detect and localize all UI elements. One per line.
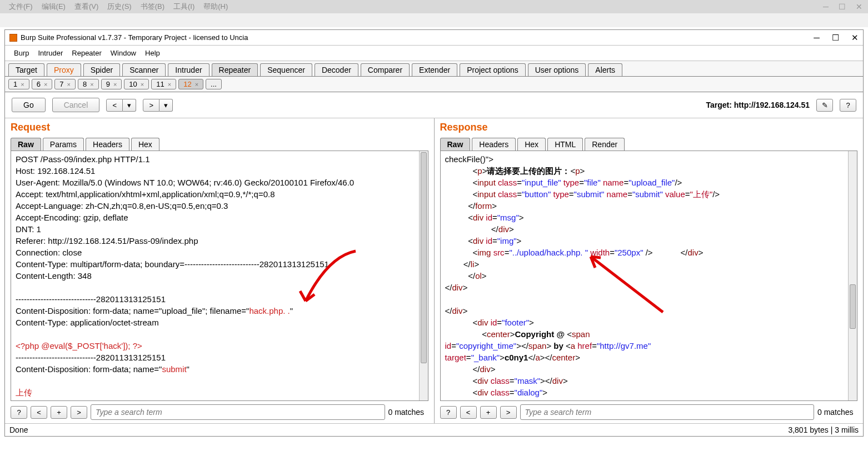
os-menu-bookmarks[interactable]: 书签(B) <box>136 2 169 12</box>
subtab-12[interactable]: 12× <box>178 79 203 89</box>
request-tab-params[interactable]: Params <box>43 138 84 151</box>
search-next-button[interactable]: > <box>500 406 517 419</box>
subtab-1[interactable]: 1× <box>8 79 29 89</box>
tab-project-options[interactable]: Project options <box>460 63 526 76</box>
search-help-button[interactable]: ? <box>11 406 27 419</box>
history-forward-button[interactable]: > <box>143 99 159 112</box>
subtab-7[interactable]: 7× <box>54 79 76 89</box>
response-search-bar: ? < + > 0 matches <box>440 401 858 420</box>
window-title: Burp Suite Professional v1.7.37 - Tempor… <box>21 33 814 42</box>
response-search-input[interactable] <box>520 404 815 420</box>
os-maximize-icon[interactable]: ☐ <box>839 2 846 11</box>
tab-comparer[interactable]: Comparer <box>361 63 410 76</box>
search-help-button[interactable]: ? <box>440 406 457 419</box>
close-tab-icon[interactable]: × <box>141 81 144 88</box>
history-back-button[interactable]: < <box>106 99 123 112</box>
menu-repeater[interactable]: Repeater <box>67 48 106 58</box>
close-tab-icon[interactable]: × <box>90 81 93 88</box>
request-editor[interactable]: POST /Pass-09/index.php HTTP/1.1 Host: 1… <box>11 151 419 400</box>
os-menu-help[interactable]: 帮助(H) <box>199 2 232 12</box>
os-menu-view[interactable]: 查看(V) <box>70 2 103 12</box>
status-left: Done <box>9 425 28 434</box>
request-tab-hex[interactable]: Hex <box>131 138 159 151</box>
burp-logo-icon <box>9 34 17 42</box>
tab-scanner[interactable]: Scanner <box>122 63 166 76</box>
action-bar: Go Cancel < ▾ > ▾ Target: http://192.168… <box>5 92 863 118</box>
response-scrollbar[interactable] <box>848 151 857 400</box>
repeater-subtabs: 1× 6× 7× 8× 9× 10× 11× 12× ... <box>5 77 863 92</box>
response-tab-render[interactable]: Render <box>585 138 625 151</box>
request-tab-headers[interactable]: Headers <box>86 138 129 151</box>
close-tab-icon[interactable]: × <box>195 81 198 88</box>
tab-proxy[interactable]: Proxy <box>47 63 81 76</box>
tab-user-options[interactable]: User options <box>528 63 586 76</box>
subtab-10[interactable]: 10× <box>124 79 149 89</box>
menu-intruder[interactable]: Intruder <box>33 48 67 58</box>
menu-help[interactable]: Help <box>141 48 164 58</box>
search-prev-button[interactable]: < <box>31 406 47 419</box>
request-pane: Request Raw Params Headers Hex POST /Pas… <box>5 118 435 423</box>
os-menu-tools[interactable]: 工具(I) <box>169 2 199 12</box>
os-menubar: 文件(F) 编辑(E) 查看(V) 历史(S) 书签(B) 工具(I) 帮助(H… <box>0 0 868 13</box>
response-tab-html[interactable]: HTML <box>547 138 583 151</box>
request-title: Request <box>11 122 428 133</box>
main-tabs: Target Proxy Spider Scanner Intruder Rep… <box>5 61 863 77</box>
cancel-button[interactable]: Cancel <box>52 98 100 112</box>
burp-menu: Burp Intruder Repeater Window Help <box>5 46 863 61</box>
close-tab-icon[interactable]: × <box>44 81 47 88</box>
close-tab-icon[interactable]: × <box>67 81 71 88</box>
minimize-icon[interactable]: ─ <box>814 33 820 42</box>
tab-repeater[interactable]: Repeater <box>212 63 258 76</box>
menu-window[interactable]: Window <box>106 48 141 58</box>
subtab-more[interactable]: ... <box>206 79 222 89</box>
subtab-9[interactable]: 9× <box>101 79 122 89</box>
tab-alerts[interactable]: Alerts <box>588 63 622 76</box>
menu-burp[interactable]: Burp <box>9 48 33 58</box>
subtab-8[interactable]: 8× <box>78 79 99 89</box>
response-title: Response <box>440 122 858 133</box>
os-menu-file[interactable]: 文件(F) <box>4 2 37 12</box>
tab-sequencer[interactable]: Sequencer <box>260 63 312 76</box>
request-search-bar: ? < + > 0 matches <box>11 401 428 420</box>
os-menu-history[interactable]: 历史(S) <box>103 2 136 12</box>
go-button[interactable]: Go <box>12 98 46 112</box>
search-next-button[interactable]: > <box>71 406 87 419</box>
request-matches-label: 0 matches <box>388 408 428 417</box>
close-icon[interactable]: ✕ <box>851 33 859 43</box>
maximize-icon[interactable]: ☐ <box>832 33 839 43</box>
response-editor[interactable]: checkFile()"> <p>请选择要上传的图片：<p> <input cl… <box>441 151 849 400</box>
search-add-button[interactable]: + <box>51 406 67 419</box>
help-button[interactable]: ? <box>840 99 856 112</box>
search-prev-button[interactable]: < <box>460 406 477 419</box>
search-add-button[interactable]: + <box>480 406 497 419</box>
response-matches-label: 0 matches <box>817 408 857 417</box>
os-minimize-icon[interactable]: ─ <box>823 2 829 11</box>
history-forward-dropdown-icon[interactable]: ▾ <box>159 99 173 112</box>
request-tab-raw[interactable]: Raw <box>11 138 41 151</box>
request-scrollbar[interactable] <box>419 151 428 400</box>
tab-decoder[interactable]: Decoder <box>315 63 358 76</box>
response-tab-hex[interactable]: Hex <box>517 138 546 151</box>
tab-spider[interactable]: Spider <box>83 63 120 76</box>
os-close-icon[interactable]: ✕ <box>856 2 862 11</box>
request-search-input[interactable] <box>91 404 385 420</box>
close-tab-icon[interactable]: × <box>113 81 117 88</box>
target-label: Target: http://192.168.124.51 <box>706 101 810 109</box>
response-tab-headers[interactable]: Headers <box>472 138 516 151</box>
subtab-11[interactable]: 11× <box>151 79 176 89</box>
title-bar: Burp Suite Professional v1.7.37 - Tempor… <box>5 30 863 46</box>
subtab-6[interactable]: 6× <box>32 79 53 89</box>
tab-target[interactable]: Target <box>8 63 44 76</box>
os-menu-edit[interactable]: 编辑(E) <box>37 2 70 12</box>
status-right: 3,801 bytes | 3 millis <box>788 425 859 434</box>
burp-window: Burp Suite Professional v1.7.37 - Tempor… <box>4 29 864 437</box>
tab-extender[interactable]: Extender <box>412 63 457 76</box>
close-tab-icon[interactable]: × <box>168 81 171 88</box>
edit-target-button[interactable]: ✎ <box>816 99 833 112</box>
history-back-dropdown-icon[interactable]: ▾ <box>123 99 136 112</box>
tab-intruder[interactable]: Intruder <box>168 63 209 76</box>
response-tab-raw[interactable]: Raw <box>440 138 471 151</box>
close-tab-icon[interactable]: × <box>21 81 24 88</box>
status-bar: Done 3,801 bytes | 3 millis <box>5 423 863 436</box>
response-pane: Response Raw Headers Hex HTML Render che… <box>435 118 864 423</box>
